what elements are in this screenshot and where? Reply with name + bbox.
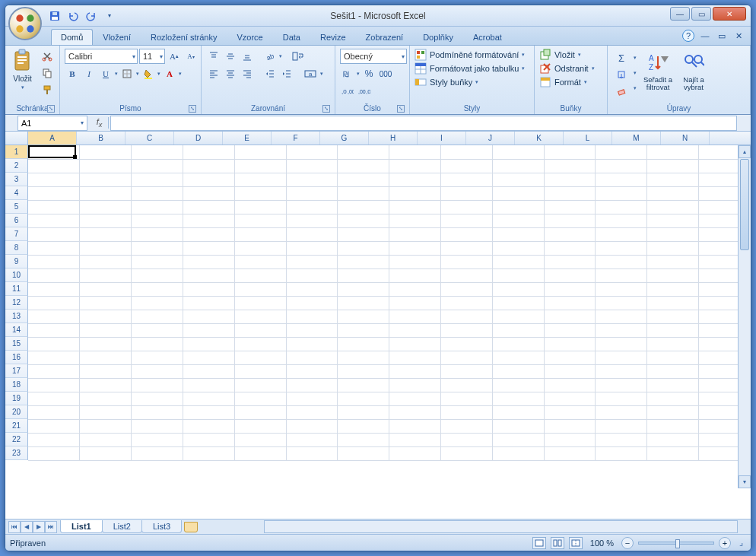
column-header[interactable]: H [369, 132, 418, 145]
last-sheet-icon[interactable]: ⏭ [45, 521, 57, 533]
chevron-down-icon[interactable]: ▾ [157, 71, 160, 77]
tab-insert[interactable]: Vložení [93, 29, 141, 45]
column-header[interactable]: D [174, 132, 223, 145]
tab-formulas[interactable]: Vzorce [227, 29, 272, 45]
row-header[interactable]: 10 [5, 268, 28, 282]
underline-button[interactable]: U [98, 66, 113, 81]
row-header[interactable]: 5 [5, 200, 28, 214]
cell-styles-button[interactable]: Styly buňky ▾ [415, 76, 478, 88]
tab-acrobat[interactable]: Acrobat [463, 29, 512, 45]
column-header[interactable]: M [612, 132, 661, 145]
office-button[interactable] [8, 7, 42, 40]
row-header[interactable]: 16 [5, 351, 28, 364]
scroll-thumb[interactable] [740, 159, 749, 250]
undo-icon[interactable] [66, 9, 80, 23]
sheet-tab[interactable]: List3 [141, 520, 182, 533]
chevron-down-icon[interactable]: ▾ [634, 65, 637, 81]
font-size-combo[interactable]: 11▾ [139, 49, 165, 64]
mdi-close-icon[interactable]: ✕ [732, 30, 745, 42]
row-header[interactable]: 17 [5, 364, 28, 378]
name-box[interactable]: A1 ▾ [17, 116, 87, 131]
orientation-icon[interactable]: ab [262, 49, 278, 64]
tab-view[interactable]: Zobrazení [356, 29, 414, 45]
format-as-table-button[interactable]: Formátovat jako tabulku ▾ [415, 62, 525, 75]
dialog-launcher-icon[interactable]: ⤡ [189, 105, 196, 113]
row-header[interactable]: 19 [5, 392, 28, 405]
font-color-icon[interactable]: A [162, 66, 177, 81]
resize-grip-icon[interactable]: ⌟ [735, 538, 746, 548]
row-header[interactable]: 7 [5, 227, 28, 241]
row-header[interactable]: 21 [5, 419, 28, 433]
chevron-down-icon[interactable]: ▾ [634, 81, 637, 96]
increase-indent-icon[interactable] [279, 66, 294, 81]
row-header[interactable]: 2 [5, 159, 28, 173]
chevron-down-icon[interactable]: ▾ [136, 71, 139, 77]
chevron-down-icon[interactable]: ▾ [320, 71, 323, 77]
merge-center-icon[interactable]: a [302, 66, 319, 81]
formula-bar[interactable] [110, 116, 737, 131]
sheet-tab[interactable]: List1 [60, 520, 103, 533]
fill-color-icon[interactable] [141, 66, 156, 81]
row-header[interactable]: 8 [5, 241, 28, 255]
insert-cells-button[interactable]: Vložit ▾ [539, 49, 581, 61]
row-header[interactable]: 13 [5, 310, 28, 323]
scroll-down-icon[interactable]: ▾ [739, 475, 751, 488]
new-sheet-button[interactable] [184, 522, 198, 532]
row-header[interactable]: 1 [5, 145, 28, 159]
cut-icon[interactable] [40, 49, 55, 64]
row-header[interactable]: 20 [5, 405, 28, 419]
chevron-down-icon[interactable]: ▾ [357, 71, 360, 77]
column-header[interactable]: N [661, 132, 710, 145]
scroll-up-icon[interactable]: ▴ [739, 145, 751, 158]
chevron-down-icon[interactable]: ▾ [179, 71, 182, 77]
dialog-launcher-icon[interactable]: ⤡ [322, 105, 330, 113]
zoom-in-button[interactable]: + [719, 537, 731, 549]
conditional-formatting-button[interactable]: Podmíněné formátování ▾ [415, 49, 525, 61]
mdi-minimize-icon[interactable]: — [699, 30, 711, 42]
zoom-slider-knob[interactable] [675, 539, 680, 548]
font-name-combo[interactable]: Calibri▾ [65, 49, 138, 64]
paste-button[interactable]: Vložit ▾ [8, 47, 37, 92]
chevron-down-icon[interactable]: ▾ [634, 50, 637, 65]
fill-icon[interactable] [614, 67, 629, 82]
borders-icon[interactable] [119, 66, 135, 81]
comma-style-icon[interactable]: 000 [378, 66, 393, 81]
dialog-launcher-icon[interactable]: ⤡ [47, 105, 55, 113]
minimize-button[interactable]: — [670, 7, 690, 21]
vertical-scrollbar[interactable]: ▴ ▾ [738, 145, 751, 488]
find-select-button[interactable]: Najít a vybrat [678, 49, 710, 94]
qat-customize-icon[interactable]: ▾ [103, 9, 116, 23]
column-header[interactable]: K [515, 132, 564, 145]
align-right-icon[interactable] [240, 66, 255, 81]
select-all-corner[interactable] [5, 132, 28, 145]
tab-pagelayout[interactable]: Rozložení stránky [141, 29, 227, 45]
align-middle-icon[interactable] [223, 49, 238, 64]
decrease-indent-icon[interactable] [262, 66, 278, 81]
normal-view-icon[interactable] [532, 537, 546, 549]
clear-icon[interactable] [614, 84, 629, 99]
row-header[interactable]: 11 [5, 282, 28, 296]
decrease-decimal-icon[interactable]: ,00,0 [357, 84, 372, 99]
column-header[interactable]: B [77, 132, 125, 145]
tab-home[interactable]: Domů [51, 29, 93, 45]
save-icon[interactable] [48, 9, 62, 23]
row-header[interactable]: 6 [5, 214, 28, 227]
tab-addins[interactable]: Doplňky [413, 29, 463, 45]
column-header[interactable]: E [223, 132, 272, 145]
chevron-down-icon[interactable]: ▾ [115, 71, 118, 77]
horizontal-scrollbar[interactable] [264, 520, 738, 533]
column-header[interactable]: I [418, 132, 466, 145]
column-header[interactable]: F [272, 132, 320, 145]
format-painter-icon[interactable] [40, 82, 55, 97]
row-header[interactable]: 3 [5, 173, 28, 186]
grow-font-icon[interactable]: A▴ [167, 49, 182, 64]
bold-button[interactable]: B [65, 66, 80, 81]
row-header[interactable]: 23 [5, 446, 28, 460]
align-left-icon[interactable] [206, 66, 221, 81]
row-header[interactable]: 18 [5, 378, 28, 392]
help-icon[interactable]: ? [682, 30, 694, 42]
maximize-button[interactable]: ▭ [691, 7, 711, 21]
row-header[interactable]: 22 [5, 433, 28, 446]
tab-review[interactable]: Revize [310, 29, 356, 45]
delete-cells-button[interactable]: Odstranit ▾ [539, 62, 595, 75]
